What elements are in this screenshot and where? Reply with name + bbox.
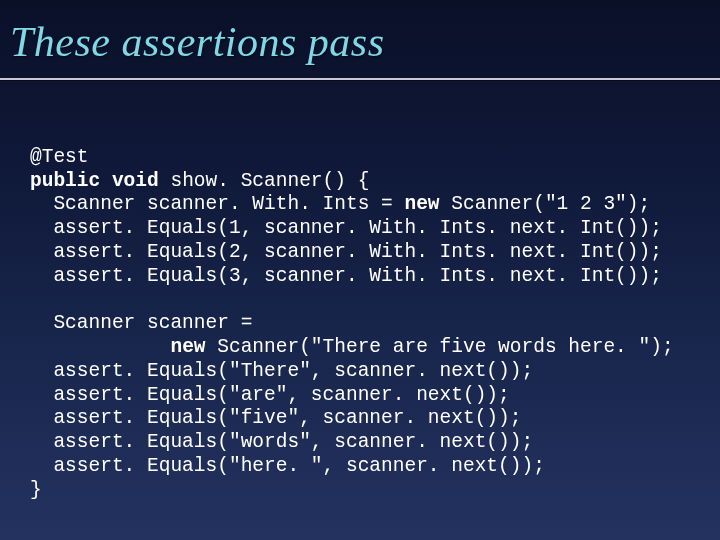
code-line-2-keyword: public void (30, 170, 159, 192)
code-line-4: assert. Equals(1, scanner. With. Ints. n… (30, 217, 662, 239)
code-line-8: Scanner scanner = (30, 312, 252, 334)
code-line-12: assert. Equals("five", scanner. next()); (30, 407, 521, 429)
code-line-6: assert. Equals(3, scanner. With. Ints. n… (30, 265, 662, 287)
code-line-9c: Scanner("There are five words here. "); (206, 336, 674, 358)
code-line-5: assert. Equals(2, scanner. With. Ints. n… (30, 241, 662, 263)
code-line-10: assert. Equals("There", scanner. next())… (30, 360, 533, 382)
code-line-1: @Test (30, 146, 89, 168)
code-line-3a: Scanner scanner. With. Ints = (30, 193, 404, 215)
title-divider (0, 78, 720, 80)
slide-title: These assertions pass (0, 0, 720, 72)
code-line-13: assert. Equals("words", scanner. next())… (30, 431, 533, 453)
code-line-14: assert. Equals("here. ", scanner. next()… (30, 455, 545, 477)
code-line-9-keyword: new (170, 336, 205, 358)
code-line-3c: Scanner("1 2 3"); (440, 193, 651, 215)
code-line-9a (30, 336, 170, 358)
code-line-3-keyword: new (404, 193, 439, 215)
code-line-2-rest: show. Scanner() { (159, 170, 370, 192)
code-line-15: } (30, 479, 42, 501)
code-block: @Test public void show. Scanner() { Scan… (0, 122, 720, 503)
code-line-11: assert. Equals("are", scanner. next()); (30, 384, 510, 406)
